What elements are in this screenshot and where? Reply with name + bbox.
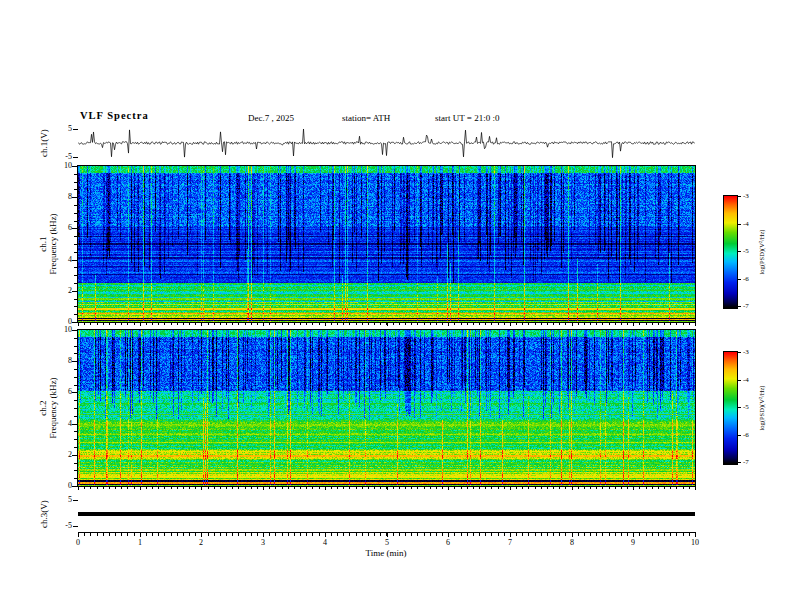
colorbar-tick [738, 435, 741, 436]
x-major-tick [510, 532, 511, 537]
x-major-tick [633, 532, 634, 537]
x-major-tick [633, 487, 634, 490]
colorbar-tick-label: -5 [743, 247, 749, 255]
x-major-tick [140, 532, 141, 537]
x-major-tick [325, 532, 326, 537]
y-major-tick [72, 455, 77, 456]
page-title: VLF Spectra [80, 110, 149, 121]
colorbar-tick [738, 306, 741, 307]
vlf-spectra-figure: VLF Spectra Dec.7 , 2025 station= ATH st… [0, 0, 792, 612]
header-start-ut: start UT = 21:0 :0 [435, 113, 499, 123]
ch1-ytick-top: 5 [54, 124, 72, 133]
ch3-y-tick [73, 500, 78, 501]
x-major-tick [387, 532, 388, 537]
y-major-tick [72, 291, 77, 292]
x-major-tick [572, 532, 573, 537]
ch3-y-tick [73, 526, 78, 527]
colorbar-tick-label: -3 [743, 192, 749, 200]
ch3-voltage-axis-label: ch.3(V) [39, 500, 49, 528]
ch3-signal-trace [78, 512, 695, 516]
x-major-tick [695, 323, 696, 326]
y-major-tick [72, 486, 77, 487]
x-tick-label: 0 [76, 538, 80, 547]
y-major-tick [72, 166, 77, 167]
x-major-tick [140, 323, 141, 326]
ch1-label-channel: ch.1 [38, 213, 48, 274]
y-tick-label: 8 [54, 192, 72, 201]
colorbar-tick-label: -6 [743, 275, 749, 283]
x-tick-label: 9 [631, 538, 635, 547]
colorbar-tick [738, 352, 741, 353]
x-major-tick [695, 487, 696, 490]
x-major-tick [695, 532, 696, 537]
ch1-spectrogram [77, 165, 696, 323]
ch3-ytick-bottom: -5 [54, 521, 72, 530]
x-major-tick [325, 487, 326, 490]
colorbar-tick [738, 251, 741, 252]
x-major-tick [263, 487, 264, 490]
y-tick-label: 6 [54, 223, 72, 232]
x-major-tick [263, 532, 264, 537]
colorbar-ch2 [723, 351, 738, 465]
y-major-tick [72, 392, 77, 393]
colorbar-ch2-label: log(PSD)(V²/Hz) [758, 386, 765, 431]
x-major-tick [572, 323, 573, 326]
y-major-tick [72, 424, 77, 425]
y-tick-label: 4 [54, 255, 72, 264]
y-tick-label: 10 [54, 161, 72, 170]
colorbar-tick-label: -4 [743, 220, 749, 228]
x-major-tick [387, 323, 388, 326]
colorbar-tick [738, 407, 741, 408]
y-tick-label: 2 [54, 450, 72, 459]
y-tick-label: 8 [54, 356, 72, 365]
colorbar-tick-label: -7 [743, 302, 749, 310]
x-major-tick [448, 487, 449, 490]
colorbar-tick [738, 279, 741, 280]
x-tick-label: 4 [323, 538, 327, 547]
ch3-ytick-top: 5 [54, 495, 72, 504]
colorbar-tick [738, 462, 741, 463]
y-tick-label: 6 [54, 387, 72, 396]
y-tick-label: 4 [54, 419, 72, 428]
ch1-waveform-plot [78, 128, 695, 158]
x-tick-label: 3 [261, 538, 265, 547]
colorbar-tick-label: -5 [743, 403, 749, 411]
ch2-label-channel: ch.2 [38, 377, 48, 438]
y-major-tick [72, 260, 77, 261]
y-major-tick [72, 361, 77, 362]
colorbar-tick-label: -4 [743, 376, 749, 384]
y-major-tick [72, 322, 77, 323]
x-tick-label: 2 [199, 538, 203, 547]
y-major-tick [72, 228, 77, 229]
x-tick-label: 8 [570, 538, 574, 547]
y-tick-label: 10 [54, 325, 72, 334]
x-major-tick [325, 323, 326, 326]
wave-y-tick [73, 157, 78, 158]
x-major-tick [201, 487, 202, 490]
x-major-tick [387, 487, 388, 490]
ch2-spectrogram [77, 329, 696, 487]
header-station: station= ATH [342, 113, 390, 123]
x-major-tick [510, 323, 511, 326]
y-major-tick [72, 197, 77, 198]
x-tick-label: 1 [138, 538, 142, 547]
colorbar-tick [738, 196, 741, 197]
header-date: Dec.7 , 2025 [248, 113, 294, 123]
x-major-tick [201, 323, 202, 326]
x-tick-label: 10 [691, 538, 699, 547]
x-major-tick [448, 323, 449, 326]
wave-y-tick [73, 129, 78, 130]
x-major-tick [633, 323, 634, 326]
x-major-tick [263, 323, 264, 326]
colorbar-tick [738, 224, 741, 225]
y-minor-ticks [74, 166, 77, 322]
x-major-tick [572, 487, 573, 490]
colorbar-tick-label: -6 [743, 431, 749, 439]
colorbar-tick-label: -3 [743, 348, 749, 356]
x-tick-label: 7 [508, 538, 512, 547]
x-major-tick [78, 532, 79, 537]
colorbar-tick [738, 380, 741, 381]
x-major-tick [201, 532, 202, 537]
x-major-tick [78, 323, 79, 326]
x-major-tick [78, 487, 79, 490]
